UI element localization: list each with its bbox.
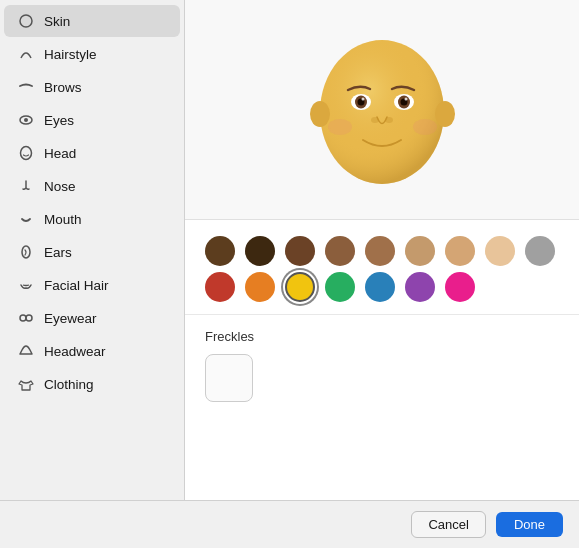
sidebar-item-label-eyes: Eyes	[44, 113, 74, 128]
color-swatch-6[interactable]	[445, 236, 475, 266]
sidebar: SkinHairstyleBrowsEyesHeadNoseMouthEarsF…	[0, 0, 185, 500]
freckles-label: Freckles	[205, 329, 559, 344]
sidebar-item-eyewear[interactable]: Eyewear	[4, 302, 180, 334]
sidebar-item-mouth[interactable]: Mouth	[4, 203, 180, 235]
sidebar-item-nose[interactable]: Nose	[4, 170, 180, 202]
footer: Cancel Done	[0, 500, 579, 548]
ears-icon	[16, 242, 36, 262]
sidebar-item-label-brows: Brows	[44, 80, 82, 95]
sidebar-item-brows[interactable]: Brows	[4, 71, 180, 103]
sidebar-item-label-headwear: Headwear	[44, 344, 106, 359]
svg-point-0	[20, 15, 32, 27]
right-panel: Freckles	[185, 0, 579, 500]
avatar-area	[185, 0, 579, 220]
svg-point-22	[385, 117, 393, 123]
svg-point-2	[24, 118, 28, 122]
color-swatch-15[interactable]	[445, 272, 475, 302]
color-swatch-2[interactable]	[285, 236, 315, 266]
svg-point-3	[21, 147, 32, 160]
svg-point-21	[371, 117, 379, 123]
sidebar-item-hairstyle[interactable]: Hairstyle	[4, 38, 180, 70]
svg-point-19	[361, 98, 364, 101]
sidebar-item-label-ears: Ears	[44, 245, 72, 260]
color-swatch-12[interactable]	[325, 272, 355, 302]
color-swatch-8[interactable]	[525, 236, 555, 266]
sidebar-item-clothing[interactable]: Clothing	[4, 368, 180, 400]
color-grid	[205, 236, 559, 302]
sidebar-item-label-eyewear: Eyewear	[44, 311, 97, 326]
freckles-toggle[interactable]	[205, 354, 253, 402]
color-swatch-11[interactable]	[285, 272, 315, 302]
eyewear-icon	[16, 308, 36, 328]
svg-point-5	[20, 315, 26, 321]
sidebar-item-headwear[interactable]: Headwear	[4, 335, 180, 367]
svg-point-11	[310, 101, 330, 127]
svg-point-24	[413, 119, 437, 135]
svg-point-20	[404, 98, 407, 101]
color-swatch-14[interactable]	[405, 272, 435, 302]
sidebar-item-eyes[interactable]: Eyes	[4, 104, 180, 136]
mouth-icon	[16, 209, 36, 229]
brows-icon	[16, 77, 36, 97]
sidebar-item-ears[interactable]: Ears	[4, 236, 180, 268]
sidebar-item-head[interactable]: Head	[4, 137, 180, 169]
sidebar-item-facial-hair[interactable]: Facial Hair	[4, 269, 180, 301]
sidebar-item-label-skin: Skin	[44, 14, 70, 29]
skin-icon	[16, 11, 36, 31]
avatar-face	[305, 22, 460, 197]
color-swatch-7[interactable]	[485, 236, 515, 266]
color-swatch-9[interactable]	[205, 272, 235, 302]
hairstyle-icon	[16, 44, 36, 64]
sidebar-item-label-clothing: Clothing	[44, 377, 94, 392]
svg-point-10	[320, 40, 444, 184]
color-swatch-3[interactable]	[325, 236, 355, 266]
color-swatch-1[interactable]	[245, 236, 275, 266]
headwear-icon	[16, 341, 36, 361]
color-swatch-5[interactable]	[405, 236, 435, 266]
clothing-icon	[16, 374, 36, 394]
facial-hair-icon	[16, 275, 36, 295]
done-button[interactable]: Done	[496, 512, 563, 537]
svg-point-12	[435, 101, 455, 127]
sidebar-item-label-facial-hair: Facial Hair	[44, 278, 109, 293]
head-icon	[16, 143, 36, 163]
sidebar-item-skin[interactable]: Skin	[4, 5, 180, 37]
sidebar-item-label-mouth: Mouth	[44, 212, 82, 227]
eyes-icon	[16, 110, 36, 130]
main-container: SkinHairstyleBrowsEyesHeadNoseMouthEarsF…	[0, 0, 579, 500]
color-swatch-13[interactable]	[365, 272, 395, 302]
sidebar-item-label-head: Head	[44, 146, 76, 161]
color-swatch-10[interactable]	[245, 272, 275, 302]
color-swatch-4[interactable]	[365, 236, 395, 266]
color-panel	[185, 220, 579, 315]
color-swatch-0[interactable]	[205, 236, 235, 266]
nose-icon	[16, 176, 36, 196]
svg-point-6	[26, 315, 32, 321]
sidebar-item-label-nose: Nose	[44, 179, 76, 194]
sidebar-item-label-hairstyle: Hairstyle	[44, 47, 97, 62]
freckles-panel: Freckles	[185, 315, 579, 416]
cancel-button[interactable]: Cancel	[411, 511, 485, 538]
svg-point-23	[328, 119, 352, 135]
